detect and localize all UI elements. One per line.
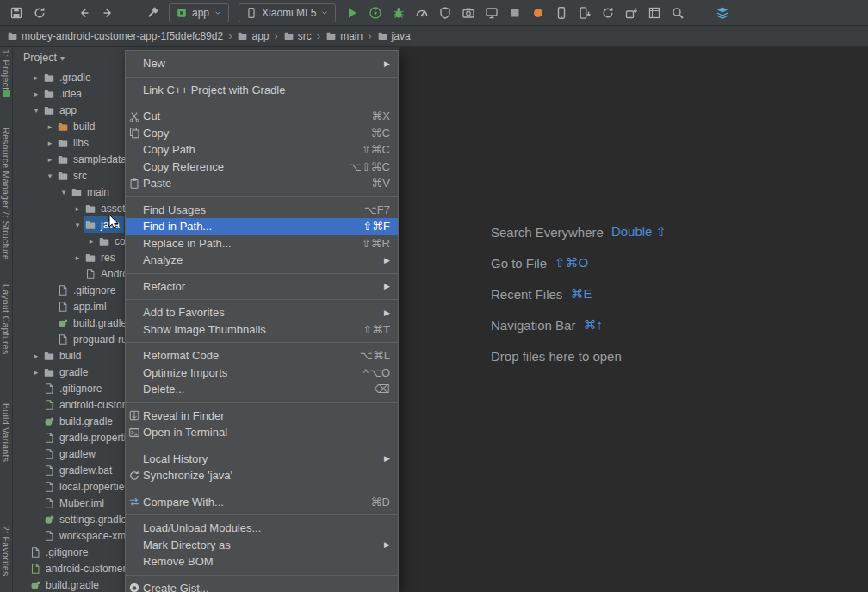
tree-item-content: .idea (42, 85, 86, 102)
search-everywhere-button[interactable] (666, 3, 689, 23)
menu-item-reformat-code[interactable]: Reformat Code⌥⌘L (126, 347, 398, 365)
device-file-explorer-button[interactable] (574, 3, 596, 23)
file-icon (42, 431, 56, 445)
attach-debugger-button[interactable] (480, 3, 503, 23)
debug-button[interactable] (388, 3, 410, 23)
tree-item-label: .gradle (59, 72, 91, 84)
expand-arrow-icon[interactable]: ▸ (44, 139, 56, 147)
stop-button[interactable] (504, 3, 526, 23)
stripe-tab-2-favorites[interactable]: 2: Favorites (1, 526, 11, 576)
menu-icon-spacer (127, 452, 141, 465)
expand-arrow-icon[interactable]: ▸ (44, 155, 56, 164)
phone-icon (245, 7, 257, 19)
tree-item-label: local.properties (59, 481, 129, 493)
menu-icon-spacer (127, 203, 141, 216)
expand-arrow-icon[interactable]: ▸ (44, 122, 56, 131)
menu-item-reveal-in-finder[interactable]: Reveal in Finder (126, 408, 398, 425)
menu-item-find-usages[interactable]: Find Usages⌥F7 (126, 202, 398, 219)
sync-gradle-button[interactable] (597, 3, 619, 23)
menu-item-replace-in-path[interactable]: Replace in Path...⇧⌘R (126, 235, 398, 252)
screenshot-button[interactable] (457, 3, 480, 23)
menu-item-refactor[interactable]: Refactor▶ (126, 278, 398, 296)
menu-item-analyze[interactable]: Analyze▶ (126, 252, 398, 269)
menu-item-copy[interactable]: Copy⌘C (126, 125, 398, 142)
menu-item-label: Synchronize 'java' (143, 469, 232, 482)
stripe-tab-build-variants[interactable]: Build Variants (1, 403, 11, 462)
save-all-button[interactable] (5, 3, 28, 23)
breadcrumb-item-app[interactable]: app (237, 30, 269, 42)
menu-item-compare-with[interactable]: Compare With...⌘D (126, 494, 398, 511)
back-button[interactable] (73, 3, 96, 23)
menu-item-load-unload-modules[interactable]: Load/Unload Modules... (126, 520, 398, 537)
expand-arrow-icon[interactable]: ▸ (30, 352, 42, 360)
hint-label: Search Everywhere (491, 225, 604, 240)
expand-arrow-icon[interactable]: ▸ (30, 90, 42, 98)
menu-item-delete[interactable]: Delete...⌫ (126, 381, 398, 398)
menu-item-new[interactable]: New▶ (126, 55, 398, 72)
record-button[interactable] (527, 3, 549, 23)
apply-changes-button[interactable] (364, 3, 387, 23)
menu-icon-spacer (127, 521, 141, 535)
chevron-down-icon (320, 9, 329, 17)
menu-item-paste[interactable]: Paste⌘V (126, 175, 398, 192)
sync-button[interactable] (28, 3, 51, 23)
device-combo[interactable]: Xiaomi MI 5 (239, 3, 336, 22)
folder-icon (42, 87, 56, 101)
folder-icon (56, 153, 70, 166)
menu-item-label: Remove BOM (143, 555, 214, 568)
profile-button[interactable] (411, 3, 433, 23)
breadcrumb-item-src[interactable]: src (283, 30, 312, 42)
hint-label: Recent Files (491, 287, 562, 302)
menu-item-copy-path[interactable]: Copy Path⇧⌘C (126, 141, 398, 159)
forward-button[interactable] (96, 3, 119, 23)
build-button[interactable] (141, 3, 164, 23)
menu-item-create-gist[interactable]: Create Gist... (126, 580, 398, 592)
file-icon (56, 284, 70, 297)
avd-manager-button[interactable] (550, 3, 573, 23)
breadcrumb-item-java[interactable]: java (377, 30, 411, 42)
chevron-down-icon: ▾ (60, 53, 65, 63)
menu-item-label: Copy (143, 127, 169, 140)
collapse-arrow-icon[interactable]: ▾ (71, 221, 84, 229)
menu-item-local-history[interactable]: Local History▶ (126, 451, 398, 468)
expand-arrow-icon[interactable]: ▸ (71, 253, 84, 262)
sdk-manager-button[interactable] (620, 3, 642, 23)
breadcrumb-separator: › (274, 29, 279, 42)
menu-item-find-in-path[interactable]: Find in Path...⇧⌘F (126, 218, 398, 235)
menu-item-remove-bom[interactable]: Remove BOM (126, 553, 398, 570)
assistant-button[interactable] (711, 3, 734, 23)
menu-item-copy-reference[interactable]: Copy Reference⌥⇧⌘C (126, 159, 398, 176)
folder-icon (42, 349, 56, 363)
stripe-tab-layout-captures[interactable]: Layout Captures (1, 284, 11, 355)
project-tool-window-icon[interactable] (3, 90, 10, 97)
menu-item-cut[interactable]: Cut⌘X (126, 108, 398, 125)
collapse-arrow-icon[interactable]: ▾ (58, 188, 70, 196)
menu-separator (126, 489, 398, 489)
expand-arrow-icon[interactable]: ▸ (71, 204, 84, 213)
stripe-tab-resource-manager[interactable]: Resource Manager (1, 128, 11, 209)
menu-item-open-in-terminal[interactable]: Open in Terminal (126, 424, 398, 441)
collapse-arrow-icon[interactable]: ▾ (44, 171, 56, 180)
menu-item-mark-directory-as[interactable]: Mark Directory as▶ (126, 537, 398, 554)
menu-item-label: Find Usages (143, 203, 206, 216)
stripe-tab-7-structure[interactable]: 7: Structure (1, 210, 11, 260)
expand-arrow-icon[interactable]: ▸ (30, 73, 42, 82)
menu-item-link-c-project-with-gradle[interactable]: Link C++ Project with Gradle (126, 82, 398, 99)
breadcrumb-separator: › (316, 29, 321, 42)
expand-arrow-icon[interactable]: ▸ (85, 237, 97, 246)
collapse-arrow-icon[interactable]: ▾ (30, 106, 42, 115)
stripe-tab-1-project[interactable]: 1: Project (1, 49, 11, 90)
gradle-file-icon (56, 316, 70, 330)
menu-item-show-image-thumbnails[interactable]: Show Image Thumbnails⇧⌘T (126, 321, 398, 339)
layout-inspector-button[interactable] (643, 3, 666, 23)
breadcrumb-item-mobey-android-customer-app-1f5ddefc89d2[interactable]: mobey-android-customer-app-1f5ddefc89d2 (7, 30, 223, 42)
run-config-combo[interactable]: app (169, 3, 229, 22)
menu-item-optimize-imports[interactable]: Optimize Imports^⌥O (126, 365, 398, 382)
coverage-button[interactable] (434, 3, 456, 23)
expand-arrow-icon[interactable]: ▸ (30, 368, 42, 377)
breadcrumb-item-main[interactable]: main (326, 30, 363, 42)
run-button[interactable] (341, 3, 363, 23)
menu-item-synchronize-java[interactable]: Synchronize 'java' (126, 467, 398, 484)
folder-icon (7, 30, 18, 41)
menu-item-add-to-favorites[interactable]: Add to Favorites▶ (126, 304, 398, 321)
